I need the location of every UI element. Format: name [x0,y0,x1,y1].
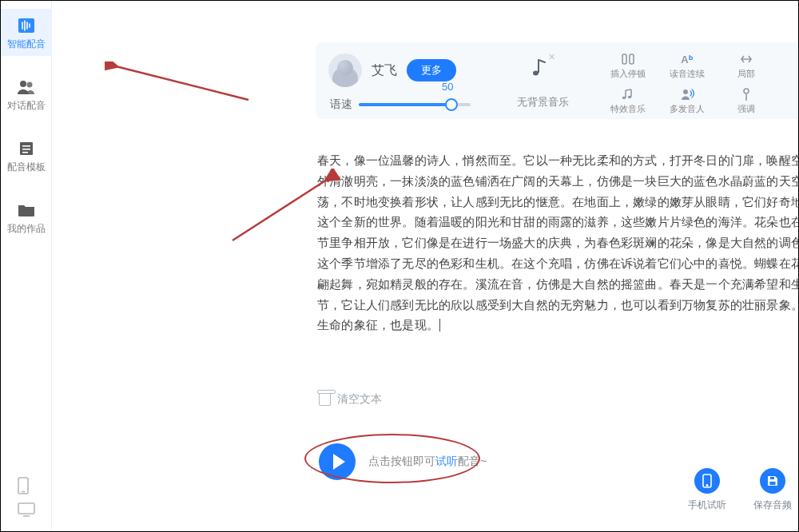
svg-point-1 [20,81,26,87]
main: 艾飞 更多 语速 50 ✕ 无背景音乐 插入停顿 [52,1,798,531]
tool-multi-voice[interactable]: 多发音人 [662,87,713,117]
svg-line-22 [116,66,248,100]
svg-rect-9 [18,503,34,514]
speed-value: 50 [442,81,453,93]
phone-preview-button[interactable]: 手机试听 [688,468,726,512]
multi-voice-icon [680,87,694,101]
bgm-button[interactable]: ✕ 无背景音乐 [517,57,569,109]
text-content: 春天，像一位温馨的诗人，悄然而至。它以一种无比柔和的方式，打开冬日的门扉，唤醒空… [317,154,799,332]
trash-icon [319,393,331,406]
svg-rect-4 [22,145,30,147]
tool-insert-pause[interactable]: 插入停顿 [602,52,654,82]
sidebar-label: 智能配音 [7,38,46,51]
svg-rect-12 [622,54,626,64]
more-button[interactable]: 更多 [407,59,456,81]
svg-point-14 [622,97,626,100]
speed-slider[interactable]: 50 [359,97,471,113]
ab-icon: Aᵇ [681,52,693,66]
play-hint-highlight: 试听 [435,455,458,467]
svg-point-16 [683,89,688,94]
tool-label: 多发音人 [670,103,705,115]
folder-icon [16,201,37,219]
sidebar-item-my-works[interactable]: 我的作品 [1,193,52,240]
tool-label: 读音连续 [670,68,705,80]
mute-x-icon: ✕ [548,52,555,62]
voice-icon [16,17,37,34]
svg-line-23 [233,180,327,240]
people-icon [16,78,37,96]
local-icon [740,52,753,66]
clear-text-button[interactable]: 清空文本 [319,392,382,407]
sidebar-item-templates[interactable]: 配音模板 [1,132,52,179]
save-audio-button[interactable]: 保存音频 [753,468,792,512]
tool-label: 局部 [737,68,755,80]
tool-local[interactable]: 局部 [721,52,772,82]
sidebar-item-smart-voice[interactable]: 智能配音 [1,9,52,56]
pause-icon [621,52,635,66]
svg-point-17 [744,89,749,93]
svg-point-19 [706,485,708,486]
voice-text-editor[interactable]: 春天，像一位温馨的诗人，悄然而至。它以一种无比柔和的方式，打开冬日的门扉，唤醒空… [317,151,799,336]
play-icon [333,454,345,470]
tool-read-continuous[interactable]: Aᵇ 读音连续 [662,52,713,82]
device-icons [1,477,52,517]
tool-label: 强调 [737,103,755,115]
voice-toolbar: 艾飞 更多 语速 50 ✕ 无背景音乐 插入停顿 [316,42,799,119]
voice-avatar[interactable] [328,54,362,87]
svg-rect-20 [770,482,776,485]
svg-point-11 [533,71,539,76]
play-button[interactable] [319,443,356,480]
bgm-label: 无背景音乐 [517,95,569,109]
play-hint-suffix: 配音~ [458,455,487,467]
tool-emphasis[interactable]: 强调 [721,87,772,117]
svg-rect-13 [630,54,634,64]
phone-icon[interactable] [18,477,35,491]
sidebar: 智能配音 对话配音 配音模板 我的作品 [1,1,52,531]
speed-label: 语速 [330,97,352,112]
tool-sfx[interactable]: 特效音乐 [602,87,654,117]
template-icon [16,140,37,157]
save-audio-label: 保存音频 [753,498,792,512]
sidebar-item-dialog-voice[interactable]: 对话配音 [1,70,52,117]
sidebar-label: 对话配音 [7,99,46,113]
text-cursor [439,319,443,332]
svg-rect-0 [18,18,34,33]
monitor-icon[interactable] [18,502,35,517]
clear-text-label: 清空文本 [337,392,382,407]
svg-rect-5 [22,149,30,150]
play-hint-prefix: 点击按钮即可 [368,455,435,467]
tool-label: 插入停顿 [610,68,646,80]
voice-name: 艾飞 [372,62,397,79]
music-note-icon [621,87,635,101]
sidebar-label: 配音模板 [7,161,46,174]
svg-point-2 [27,82,33,88]
phone-circle-icon [694,468,720,494]
phone-preview-label: 手机试听 [688,498,726,512]
svg-rect-21 [770,477,774,479]
save-circle-icon [760,468,785,494]
svg-point-15 [628,96,631,99]
tool-label: 特效音乐 [610,103,646,115]
emphasis-icon [741,87,751,101]
svg-rect-6 [22,152,28,153]
sidebar-label: 我的作品 [7,222,46,236]
play-hint: 点击按钮即可试听配音~ [368,455,487,469]
annotation-arrow [105,62,264,109]
